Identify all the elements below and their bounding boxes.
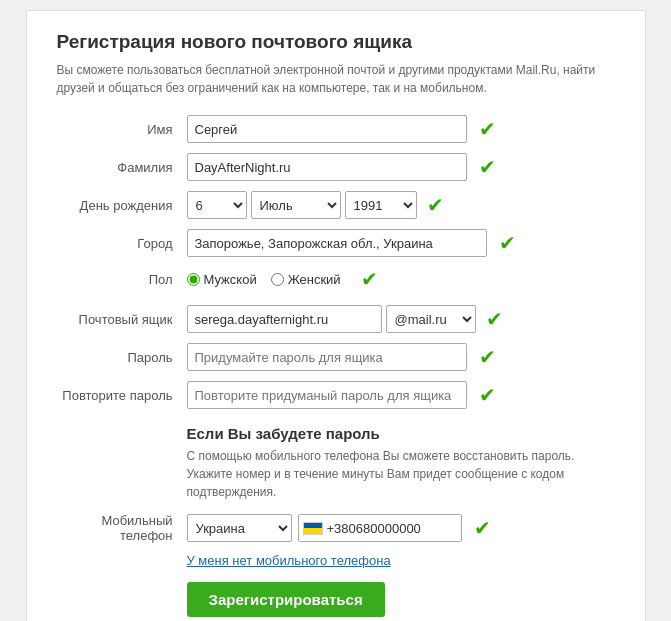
email-row: Почтовый ящик @mail.ru @inbox.ru @list.r… [57,305,615,333]
dob-label: День рождения [57,198,187,213]
name-row: Имя ✔ [57,115,615,143]
phone-check-icon: ✔ [474,516,491,540]
city-row: Город ✔ [57,229,615,257]
phone-number-wrapper [298,514,462,542]
password-field: ✔ [187,343,615,371]
ukraine-flag-icon [303,522,323,535]
email-field: @mail.ru @inbox.ru @list.ru @bk.ru ✔ [187,305,615,333]
surname-input[interactable] [187,153,467,181]
gender-male-text: Мужской [204,272,257,287]
gender-check-icon: ✔ [361,267,378,291]
confirm-input[interactable] [187,381,467,409]
dob-month-select[interactable]: Июль [251,191,341,219]
gender-male-label[interactable]: Мужской [187,272,257,287]
gender-female-text: Женский [288,272,341,287]
dob-field: 6 Июль 1991 ✔ [187,191,615,219]
city-check-icon: ✔ [499,231,516,255]
register-button[interactable]: Зарегистрироваться [187,582,385,617]
password-check-icon: ✔ [479,345,496,369]
surname-field: ✔ [187,153,615,181]
city-label: Город [57,236,187,251]
no-phone-link[interactable]: У меня нет мобильного телефона [187,553,615,568]
recovery-title: Если Вы забудете пароль [187,425,615,442]
name-label: Имя [57,122,187,137]
phone-label: Мобильный телефон [57,513,187,543]
confirm-check-icon: ✔ [479,383,496,407]
email-label: Почтовый ящик [57,312,187,327]
name-field: ✔ [187,115,615,143]
gender-field: Мужской Женский ✔ [187,267,615,291]
password-row: Пароль ✔ [57,343,615,371]
email-domain-select[interactable]: @mail.ru @inbox.ru @list.ru @bk.ru [386,305,476,333]
phone-input[interactable] [327,521,457,536]
dob-check-icon: ✔ [427,193,444,217]
gender-row: Пол Мужской Женский ✔ [57,267,615,291]
surname-row: Фамилия ✔ [57,153,615,181]
confirm-field: ✔ [187,381,615,409]
phone-row: Мобильный телефон Украина Россия Беларус… [57,513,615,543]
email-input[interactable] [187,305,382,333]
city-field: ✔ [187,229,615,257]
recovery-subtitle: С помощью мобильного телефона Вы сможете… [187,447,615,501]
gender-male-radio[interactable] [187,273,200,286]
page-title: Регистрация нового почтового ящика [57,31,615,53]
surname-label: Фамилия [57,160,187,175]
phone-field: Украина Россия Беларусь Казахстан ✔ [187,514,615,542]
password-label: Пароль [57,350,187,365]
password-input[interactable] [187,343,467,371]
phone-country-select[interactable]: Украина Россия Беларусь Казахстан [187,514,292,542]
name-check-icon: ✔ [479,117,496,141]
name-input[interactable] [187,115,467,143]
confirm-row: Повторите пароль ✔ [57,381,615,409]
surname-check-icon: ✔ [479,155,496,179]
dob-day-select[interactable]: 6 [187,191,247,219]
gender-female-label[interactable]: Женский [271,272,341,287]
page-subtitle: Вы сможете пользоваться бесплатной элект… [57,61,615,97]
email-check-icon: ✔ [486,307,503,331]
gender-female-radio[interactable] [271,273,284,286]
city-input[interactable] [187,229,487,257]
confirm-label: Повторите пароль [57,388,187,403]
dob-row: День рождения 6 Июль 1991 ✔ [57,191,615,219]
registration-form: Регистрация нового почтового ящика Вы см… [26,10,646,621]
gender-label: Пол [57,272,187,287]
dob-year-select[interactable]: 1991 [345,191,417,219]
